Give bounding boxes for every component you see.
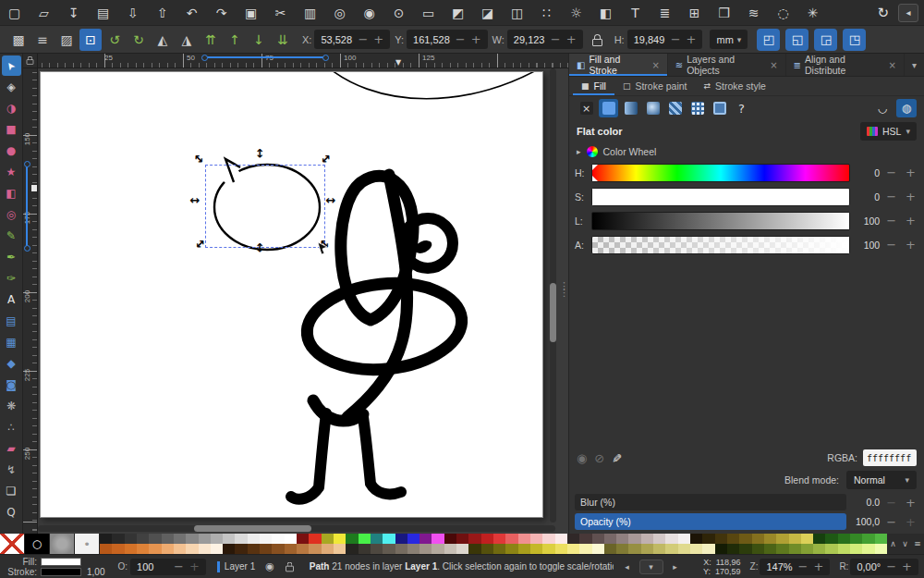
layer-lock-icon[interactable] — [286, 565, 294, 571]
palette-swatch[interactable] — [628, 544, 640, 554]
tool-mesh[interactable]: ▦ — [2, 332, 21, 352]
palette-swatch[interactable] — [604, 534, 616, 544]
palette-swatch[interactable] — [825, 534, 837, 544]
hue-slider[interactable] — [591, 164, 850, 182]
paint-linear-gradient-button[interactable] — [621, 99, 640, 117]
display-frame-icon[interactable]: ▭ — [419, 4, 437, 22]
palette-swatch[interactable] — [567, 544, 579, 554]
print-icon[interactable]: ▤ — [94, 4, 112, 22]
tool-rectangle[interactable]: ■ — [2, 119, 21, 140]
palette-swatch[interactable] — [875, 534, 887, 544]
x-field[interactable]: 53,528−+ — [314, 30, 390, 49]
palette-swatch[interactable] — [322, 544, 334, 554]
palette-swatch[interactable] — [297, 534, 309, 544]
palette-swatch[interactable] — [579, 534, 591, 544]
palette-swatch[interactable] — [567, 534, 579, 544]
page[interactable] — [40, 71, 543, 518]
palette-gray-swatch[interactable] — [50, 534, 75, 554]
tool-shape-builder[interactable]: ◑ — [2, 98, 21, 118]
flip-horizontal-icon[interactable]: ◭ — [152, 29, 174, 51]
object-opacity-field[interactable]: 100 −+ — [130, 559, 206, 575]
fill-rule-nonzero-button[interactable]: ◡ — [872, 99, 893, 117]
palette-swatch[interactable] — [223, 544, 235, 554]
tool-tweak[interactable]: ❋ — [2, 396, 21, 416]
raise-to-top-icon[interactable]: ⇈ — [200, 29, 222, 51]
palette-swatch[interactable] — [850, 534, 862, 544]
subtab-stroke-paint[interactable]: □Stroke paint — [614, 77, 696, 95]
h-field[interactable]: 19,849−+ — [627, 30, 703, 49]
palette-swatch[interactable] — [481, 544, 493, 554]
vertical-scrollbar[interactable] — [550, 68, 556, 523]
palette-swatch[interactable] — [383, 544, 395, 554]
palette-swatch[interactable] — [813, 534, 825, 544]
palette-swatch[interactable] — [223, 534, 235, 544]
palette-none-swatch[interactable] — [0, 534, 25, 554]
blur-slider[interactable]: Blur (%) — [575, 494, 846, 510]
tool-star[interactable]: ★ — [2, 162, 21, 182]
palette-swatch[interactable] — [727, 534, 739, 544]
palette-swatch[interactable] — [727, 544, 739, 554]
palette-swatch[interactable] — [838, 534, 850, 544]
ruler-origin-lock[interactable] — [23, 54, 38, 68]
canvas-area[interactable]: ↔↔↔↔↔↔↔↔ 255075100125 ▼ 150175200225250 … — [23, 54, 568, 534]
palette-swatch[interactable] — [518, 534, 530, 544]
palette-scroll-down-icon[interactable]: ∨ — [902, 539, 908, 548]
vertical-ruler[interactable]: 150175200225250 — [23, 68, 38, 534]
saturation-slider[interactable] — [591, 188, 850, 206]
palette-swatch[interactable] — [137, 544, 149, 554]
subtab-fill[interactable]: ■Fill — [573, 77, 614, 95]
palette-swatch[interactable] — [174, 534, 186, 544]
palette-swatch[interactable] — [248, 544, 260, 554]
rgba-input[interactable]: ffffffff — [863, 449, 917, 466]
palette-swatch[interactable] — [272, 544, 284, 554]
zoom-selection-icon[interactable]: ◎ — [331, 4, 348, 22]
palette-swatch[interactable] — [285, 534, 297, 544]
palette-swatch[interactable] — [456, 544, 468, 554]
palette-swatch[interactable] — [260, 534, 272, 544]
palette-swatch[interactable] — [862, 534, 874, 544]
open-document-icon[interactable]: ▱ — [35, 4, 53, 22]
lower-to-bottom-icon[interactable]: ⇊ — [272, 29, 294, 51]
palette-swatch[interactable] — [419, 544, 432, 554]
palette-swatch[interactable] — [555, 534, 567, 544]
palette-swatch[interactable] — [739, 534, 751, 544]
bounding-box-toggle[interactable]: ⊡ — [79, 29, 102, 51]
palette-black-swatch[interactable]: ○ — [25, 534, 50, 554]
palette-swatch[interactable] — [297, 544, 309, 554]
palette-swatch[interactable] — [579, 544, 591, 554]
blend-mode-dropdown[interactable]: Normal ▾ — [846, 471, 917, 489]
color-management-icon[interactable]: ☼ — [567, 4, 585, 22]
unlink-clone-icon[interactable]: ◫ — [508, 4, 526, 22]
tool-calligraphy[interactable]: ✑ — [2, 268, 21, 289]
current-layer-selector[interactable]: Layer 1 ◉ — [217, 560, 298, 572]
palette-swatch[interactable] — [678, 544, 690, 554]
zoom-field[interactable]: 147% −+ — [760, 559, 830, 575]
palette-swatch[interactable] — [628, 534, 640, 544]
object-properties-icon[interactable]: ⊞ — [686, 4, 703, 22]
tool-ellipse[interactable]: ● — [2, 141, 21, 161]
palette-swatch[interactable] — [186, 544, 198, 554]
tool-selector[interactable]: ➤ — [2, 55, 21, 76]
palette-swatch[interactable] — [604, 544, 616, 554]
palette-swatch[interactable] — [162, 544, 174, 554]
scale-patterns-toggle[interactable]: ◳ — [843, 29, 866, 51]
palette-swatch[interactable] — [334, 534, 346, 544]
palette-white-swatch[interactable]: • — [75, 534, 100, 554]
lock-width-height-icon[interactable] — [592, 39, 602, 46]
palette-swatch[interactable] — [444, 534, 456, 544]
opacity-slider[interactable]: Opacity (%) — [575, 513, 846, 530]
palette-swatch[interactable] — [407, 534, 419, 544]
select-all-icon[interactable]: ▩ — [7, 29, 30, 51]
palette-swatch[interactable] — [518, 544, 530, 554]
clone-icon[interactable]: ◪ — [479, 4, 496, 22]
palette-swatch[interactable] — [702, 534, 714, 544]
fill-color-swatch[interactable] — [41, 558, 81, 566]
palette-swatch[interactable] — [789, 544, 801, 554]
tool-node[interactable]: ◈ — [2, 77, 21, 97]
palette-swatch[interactable] — [359, 544, 371, 554]
tab-layers-and-objects[interactable]: ≋Layers and Objects× — [668, 54, 786, 76]
palette-swatch[interactable] — [481, 534, 493, 544]
tool-eraser[interactable]: ▰ — [2, 438, 21, 459]
tool-spray[interactable]: ∴ — [2, 417, 21, 437]
palette-swatch[interactable] — [359, 534, 371, 544]
